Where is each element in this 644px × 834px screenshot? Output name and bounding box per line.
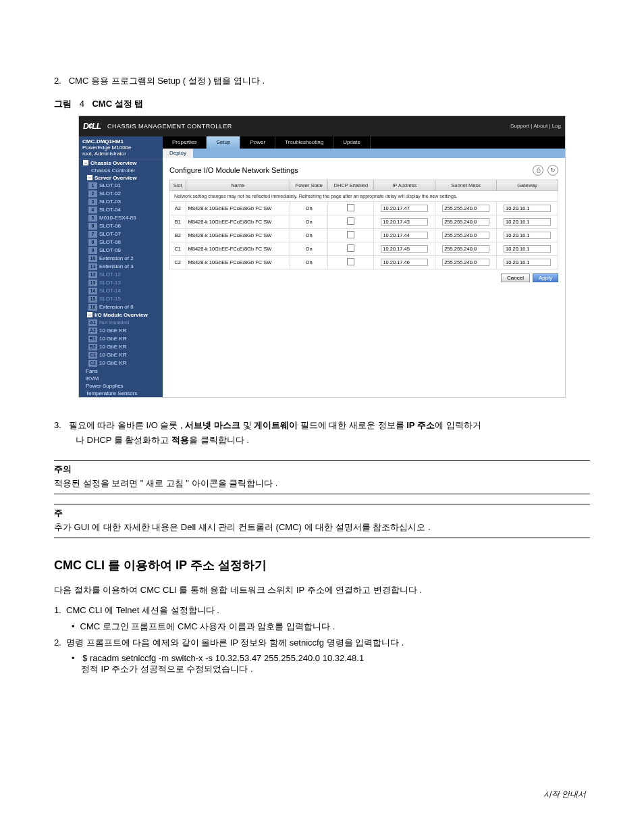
step3-text: 필요에 따라 올바른 I/O 슬롯 , 서브넷 마스크 및 게이트웨이 필드에 …	[54, 420, 481, 445]
nav-server-slot[interactable]: 1SLOT-01	[79, 182, 163, 190]
col-header: Subnet Mask	[435, 180, 497, 190]
nav-server-slot[interactable]: 10Extension of 2	[79, 255, 163, 263]
nav-server-slot[interactable]: 11Extension of 3	[79, 263, 163, 271]
nav-server-slot[interactable]: 3SLOT-03	[79, 198, 163, 206]
nav-chassis-controller[interactable]: Chassis Controller	[79, 167, 163, 174]
cmc-main: PropertiesSetupPowerTroubleshootingUpdat…	[163, 136, 565, 397]
nav-server-slot[interactable]: 7SLOT-07	[79, 230, 163, 238]
figure-caption: 그림 4 CMC 설정 탭	[54, 98, 590, 110]
ip-input[interactable]	[381, 259, 428, 266]
nav-io-slot[interactable]: C110 GbE KR	[79, 351, 163, 359]
nav-server-slot[interactable]: 5M610-ESX4-85	[79, 214, 163, 222]
dhcp-checkbox[interactable]	[347, 231, 354, 238]
nav-io-slot[interactable]: B210 GbE KR	[79, 343, 163, 351]
mask-input[interactable]	[442, 232, 489, 239]
col-header: Name	[186, 180, 290, 190]
nav-io-overview[interactable]: −I/O Module Overview	[79, 311, 163, 319]
nav-server-slot[interactable]: 14SLOT-14	[79, 287, 163, 295]
nav-server-slot[interactable]: 16Extension of 8	[79, 303, 163, 311]
gateway-input[interactable]	[504, 232, 551, 239]
nav-server-slot[interactable]: 12SLOT-12	[79, 271, 163, 279]
tab-power[interactable]: Power	[240, 136, 275, 149]
cmc-panel-title-row: Configure I/O Module Network Settings ⎙ …	[163, 158, 565, 180]
tab-troubleshooting[interactable]: Troubleshooting	[275, 136, 333, 149]
ip-input[interactable]	[381, 245, 428, 253]
table-row: C2M8428-k 10GbEE-FCoE/8Gb FC SWOn	[170, 255, 558, 269]
cmc-nav: CMC-DMQ1HM1 PowerEdge M1000e root, Admin…	[79, 136, 163, 397]
nav-io-slot[interactable]: C210 GbE KR	[79, 359, 163, 367]
nav-server-slot[interactable]: 6SLOT-06	[79, 222, 163, 230]
cmc-tabs: PropertiesSetupPowerTroubleshootingUpdat…	[163, 136, 565, 149]
col-header: Slot	[170, 180, 186, 190]
col-header: DHCP Enabled	[328, 180, 374, 190]
step2-line: 2. CMC 응용 프로그램의 Setup ( 설정 ) 탭을 엽니다 .	[54, 74, 590, 88]
table-row: A2M8428-k 10GbEE-FCoE/8Gb FC SWOn	[170, 201, 558, 215]
table-row: B1M8428-k 10GbEE-FCoE/8Gb FC SWOn	[170, 215, 558, 228]
step3: 3. 필요에 따라 올바른 I/O 슬롯 , 서브넷 마스크 및 게이트웨이 필…	[54, 418, 590, 448]
table-row: B2M8428-k 10GbEE-FCoE/8Gb FC SWOn	[170, 228, 558, 242]
nav-tail-item[interactable]: Fans	[79, 367, 163, 375]
cmc-table-note: Network setting changes may not be refle…	[170, 190, 558, 201]
mask-input[interactable]	[442, 218, 489, 226]
gateway-input[interactable]	[504, 218, 551, 226]
col-header: IP Address	[374, 180, 435, 190]
print-icon[interactable]: ⎙	[533, 165, 543, 176]
dhcp-checkbox[interactable]	[347, 217, 354, 225]
nav-server-slot[interactable]: 9SLOT-09	[79, 246, 163, 255]
step2-text: CMC 응용 프로그램의 Setup ( 설정 ) 탭을 엽니다 .	[69, 76, 265, 86]
mask-input[interactable]	[442, 245, 489, 253]
nav-io-slot[interactable]: A1Not Installed	[79, 319, 163, 327]
table-row: C1M8428-k 10GbEE-FCoE/8Gb FC SWOn	[170, 242, 558, 255]
tab-properties[interactable]: Properties	[163, 136, 207, 149]
mask-input[interactable]	[442, 205, 489, 212]
nav-server-slot[interactable]: 15SLOT-15	[79, 295, 163, 303]
step2-number: 2.	[54, 76, 61, 86]
col-header: Gateway	[497, 180, 558, 190]
ip-input[interactable]	[381, 218, 428, 226]
cmc-subtabs: Deploy	[163, 149, 565, 158]
nav-io-slot[interactable]: A210 GbE KR	[79, 327, 163, 335]
intro-paragraph: 다음 절차를 이용하여 CMC CLI 를 통해 융합 네트워크 스위치 IP …	[54, 583, 590, 598]
dhcp-checkbox[interactable]	[347, 244, 354, 252]
col-header: Power State	[290, 180, 327, 190]
cmc-app-title: CHASSIS MANAGEMENT CONTROLLER	[107, 123, 232, 130]
cmc-nav-host: CMC-DMQ1HM1 PowerEdge M1000e root, Admin…	[79, 136, 163, 159]
cmc-table: SlotNamePower StateDHCP EnabledIP Addres…	[169, 180, 558, 269]
ip-input[interactable]	[381, 205, 428, 212]
cli-step-1: 1. CMC CLI 에 Telnet 세션을 설정합니다 .	[54, 604, 590, 617]
dhcp-checkbox[interactable]	[347, 204, 354, 211]
cmc-header: D¢LL CHASSIS MANAGEMENT CONTROLLER Suppo…	[79, 116, 565, 136]
nav-tail-item[interactable]: Temperature Sensors	[79, 390, 163, 397]
subtab-deploy[interactable]: Deploy	[163, 149, 193, 158]
cmc-panel-title: Configure I/O Module Network Settings	[169, 166, 298, 174]
nav-server-slot[interactable]: 4SLOT-04	[79, 206, 163, 214]
gateway-input[interactable]	[504, 259, 551, 266]
nav-tail-item[interactable]: Power Supplies	[79, 382, 163, 390]
ip-input[interactable]	[381, 232, 428, 239]
nav-server-slot[interactable]: 8SLOT-08	[79, 238, 163, 246]
cli-step-2-bullet: $ racadm setniccfg -m switch-x -s 10.32.…	[72, 653, 590, 675]
nav-tail-item[interactable]: iKVM	[79, 375, 163, 382]
nav-server-overview[interactable]: −Server Overview	[79, 174, 163, 182]
section-heading: CMC CLI 를 이용하여 IP 주소 설정하기	[54, 557, 590, 573]
gateway-input[interactable]	[504, 245, 551, 253]
nav-server-slot[interactable]: 13SLOT-13	[79, 279, 163, 287]
tab-setup[interactable]: Setup	[207, 136, 240, 149]
gateway-input[interactable]	[504, 205, 551, 212]
dell-logo: D¢LL	[83, 122, 101, 131]
nav-io-slot[interactable]: B110 GbE KR	[79, 335, 163, 343]
cmc-header-links[interactable]: Support | About | Log	[510, 123, 561, 129]
cancel-button[interactable]: Cancel	[501, 273, 530, 282]
nav-server-slot[interactable]: 2SLOT-02	[79, 190, 163, 198]
cmc-screenshot: D¢LL CHASSIS MANAGEMENT CONTROLLER Suppo…	[78, 115, 566, 398]
note-block: 주 추가 GUI 에 대한 자세한 내용은 Dell 섀시 관리 컨트롤러 (C…	[54, 504, 590, 538]
page-footer: 시작 안내서	[543, 789, 586, 800]
nav-chassis-overview[interactable]: −Chassis Overview	[79, 159, 163, 167]
dhcp-checkbox[interactable]	[347, 258, 354, 265]
caution-block: 주의 적용된 설정을 보려면 " 새로 고침 " 아이콘을 클릭합니다 .	[54, 460, 590, 494]
refresh-icon[interactable]: ↻	[547, 165, 558, 176]
cli-step-2: 2. 명령 프롬프트에 다음 예제와 같이 올바른 IP 정보와 함께 setn…	[54, 637, 590, 649]
apply-button[interactable]: Apply	[533, 273, 558, 282]
mask-input[interactable]	[442, 259, 489, 266]
tab-update[interactable]: Update	[333, 136, 371, 149]
